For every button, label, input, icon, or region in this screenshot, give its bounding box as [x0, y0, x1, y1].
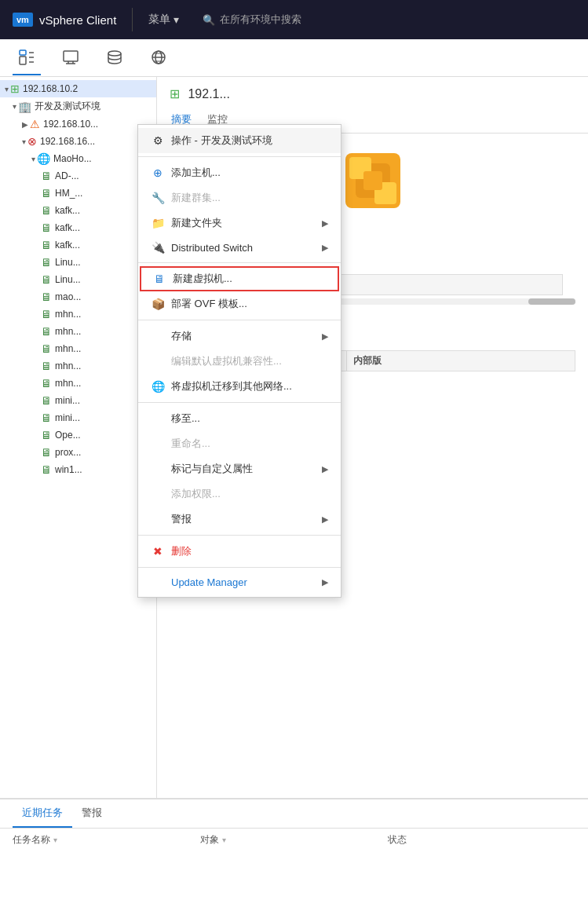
expand-icon[interactable]: ▾	[13, 102, 16, 111]
tree-item-vm8[interactable]: 🖥 mao...	[0, 288, 156, 305]
menu-item-new-folder[interactable]: 📁 新建文件夹 ▶	[138, 210, 341, 236]
submenu-arrow-icon: ▶	[322, 218, 328, 229]
submenu-arrow-icon: ▶	[322, 514, 328, 525]
toolbar-tab-network[interactable]	[144, 41, 173, 75]
expand-icon[interactable]: ▾	[22, 137, 26, 146]
tree-item-vm17[interactable]: 🖥 prox...	[0, 444, 156, 461]
tree-item-vm12[interactable]: 🖥 mhn...	[0, 357, 156, 375]
right-panel-ip: 192.1...	[188, 87, 229, 101]
menu-item-migrate-net[interactable]: 🌐 将虚拟机迁移到其他网络...	[138, 374, 341, 399]
menu-item-label: 标记与自定义属性	[171, 462, 253, 476]
tree-item-vm7[interactable]: 🖥 Linu...	[0, 271, 156, 288]
menu-item-label: 新建群集...	[171, 191, 221, 205]
tree-item-label: HM_...	[55, 188, 82, 199]
menu-item-label: 添加权限...	[171, 487, 221, 501]
error-host-icon: ⊗	[27, 135, 37, 148]
menu-item-action[interactable]: ⚙ 操作 - 开发及测试环境	[138, 128, 341, 153]
tree-item-label: mhn...	[55, 343, 81, 354]
menu-item-storage[interactable]: 存储 ▶	[138, 324, 341, 349]
tree-item-vm3[interactable]: 🖥 kafk...	[0, 202, 156, 219]
expand-icon[interactable]: ▾	[31, 155, 35, 163]
tree-item-dc1[interactable]: ▾ 🏢 开发及测试环境	[0, 97, 156, 115]
bottom-tab-alerts[interactable]: 警报	[72, 799, 111, 828]
menu-separator-6	[138, 567, 341, 568]
sort-icon[interactable]: ▾	[53, 836, 57, 844]
tree-item-label: 192.168.10...	[43, 119, 98, 130]
menu-item-label: 警报	[171, 512, 192, 526]
new-vm-icon: 🖥	[152, 273, 166, 285]
col-object: 对象 ▾	[200, 833, 388, 847]
menu-separator-5	[138, 535, 341, 536]
tree-item-host1[interactable]: ▶ ⚠ 192.168.10...	[0, 115, 156, 133]
tree-item-vm15[interactable]: 🖥 mini...	[0, 409, 156, 426]
tree-item-vm9[interactable]: 🖥 mhn...	[0, 305, 156, 323]
vm-icon: 🖥	[41, 187, 52, 199]
search-icon: 🔍	[203, 14, 215, 26]
tree-item-vm6[interactable]: 🖥 Linu...	[0, 254, 156, 271]
menu-item-new-vm[interactable]: 🖥 新建虚拟机...	[140, 266, 339, 291]
context-menu: ⚙ 操作 - 开发及测试环境 ⊕ 添加主机... 🔧 新建群集... 📁 新建文…	[137, 124, 341, 598]
toolbar-tab-storage[interactable]	[100, 41, 129, 75]
toolbar-tab-tree[interactable]	[13, 41, 41, 75]
menu-item-add-host[interactable]: ⊕ 添加主机...	[138, 160, 341, 185]
submenu-arrow-icon: ▶	[322, 464, 328, 474]
menu-item-label: 部署 OVF 模板...	[171, 297, 247, 311]
app-header: vm vSphere Client 菜单 ▾ 🔍 在所有环境中搜索	[0, 0, 588, 39]
tree-item-vm1[interactable]: 🖥 AD-...	[0, 167, 156, 185]
toolbar	[0, 39, 588, 77]
menu-item-label: 添加主机...	[171, 166, 221, 180]
vm-icon: 🖥	[41, 446, 52, 459]
tree-item-vm11[interactable]: 🖥 mhn...	[0, 340, 156, 357]
col-status: 状态	[388, 833, 575, 847]
menu-item-dist-switch[interactable]: 🔌 Distributed Switch ▶	[138, 236, 341, 259]
menu-item-label: 将虚拟机迁移到其他网络...	[171, 379, 292, 393]
logo-area: vm vSphere Client	[13, 13, 116, 27]
menu-item-move-to[interactable]: 移至...	[138, 406, 341, 431]
warning-host-icon: ⚠	[30, 118, 40, 130]
tree-item-vm10[interactable]: 🖥 mhn...	[0, 323, 156, 340]
app-title: vSphere Client	[39, 13, 116, 27]
vm-icon: 🖥	[41, 256, 52, 269]
bottom-tab-recent-tasks[interactable]: 近期任务	[13, 799, 72, 828]
add-host-icon: ⊕	[151, 166, 165, 179]
deploy-icon: 📦	[151, 298, 165, 310]
vm-icon: 🖥	[41, 221, 52, 234]
vm-icon: 🖥	[41, 463, 52, 476]
menu-item-perms: 添加权限...	[138, 481, 341, 507]
tree-item-label: 192.168.10.2	[23, 83, 78, 94]
sort-icon[interactable]: ▾	[222, 836, 226, 844]
menu-item-edit-compat: 编辑默认虚拟机兼容性...	[138, 349, 341, 374]
menu-button[interactable]: 菜单 ▾	[148, 13, 179, 27]
tree-item-vm13[interactable]: 🖥 mhn...	[0, 375, 156, 392]
menu-item-deploy-ovf[interactable]: 📦 部署 OVF 模板...	[138, 291, 341, 316]
submenu-arrow-icon: ▶	[322, 331, 328, 342]
menu-item-label: 编辑默认虚拟机兼容性...	[171, 354, 282, 368]
tree-item-cluster[interactable]: ▾ 🌐 MaoHo...	[0, 150, 156, 167]
tree-item-vm18[interactable]: 🖥 win1...	[0, 461, 156, 478]
menu-item-label: 新建虚拟机...	[173, 272, 232, 286]
menu-item-delete[interactable]: ✖ 删除	[138, 539, 341, 564]
submenu-arrow-icon: ▶	[322, 243, 328, 253]
tree-view-icon	[18, 49, 35, 66]
search-bar[interactable]: 🔍 在所有环境中搜索	[203, 13, 301, 27]
expand-icon[interactable]: ▾	[5, 85, 9, 93]
vm-icon: 🖥	[41, 394, 52, 407]
cluster-icon: 🌐	[37, 152, 50, 165]
tree-item-label: mini...	[55, 395, 80, 406]
bottom-tabs: 近期任务 警报	[0, 799, 588, 829]
tree-item-vm5[interactable]: 🖥 kafk...	[0, 236, 156, 254]
menu-item-tags[interactable]: 标记与自定义属性 ▶	[138, 456, 341, 481]
tree-item-root[interactable]: ▾ ⊞ 192.168.10.2	[0, 80, 156, 97]
tree-item-host2[interactable]: ▾ ⊗ 192.168.16...	[0, 133, 156, 150]
vm-icon: 🖥	[41, 308, 52, 320]
tree-item-vm2[interactable]: 🖥 HM_...	[0, 185, 156, 202]
menu-item-update-manager[interactable]: Update Manager ▶	[138, 571, 341, 594]
tree-item-vm14[interactable]: 🖥 mini...	[0, 392, 156, 409]
tree-item-label: kafk...	[55, 222, 80, 233]
toolbar-tab-vm[interactable]	[57, 41, 85, 75]
expand-icon[interactable]: ▶	[22, 120, 28, 129]
tree-item-vm16[interactable]: 🖥 Ope...	[0, 426, 156, 444]
main-content: ▾ ⊞ 192.168.10.2 ▾ 🏢 开发及测试环境 ▶ ⚠ 192.168…	[0, 77, 588, 798]
tree-item-vm4[interactable]: 🖥 kafk...	[0, 219, 156, 236]
menu-item-alerts[interactable]: 警报 ▶	[138, 507, 341, 532]
